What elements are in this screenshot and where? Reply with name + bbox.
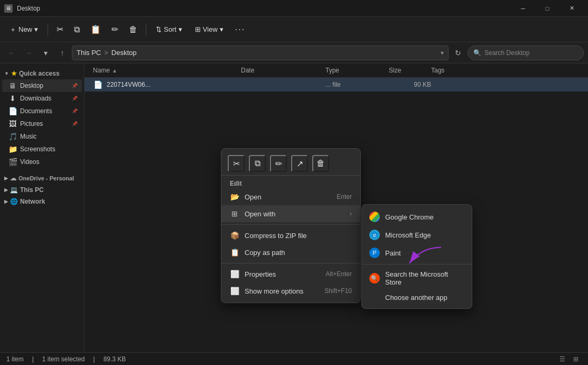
col-header-tags[interactable]: Tags [431,67,473,74]
this-pc-icon: 💻 [10,186,18,194]
cut-button[interactable]: ✂ [52,22,68,36]
sub-item-edge[interactable]: e Microsoft Edge [362,226,472,244]
paint-icon: P [369,248,380,258]
ctx-edit-label: Edit [221,178,360,188]
copy-button[interactable]: ⧉ [70,23,84,36]
quick-access-label: Quick access [19,70,60,77]
sort-label: Sort [164,25,176,33]
ctx-compress-item[interactable]: 📦 Compress to ZIP file [221,227,360,244]
toolbar-separator-2 [146,23,146,36]
rename-button[interactable]: ✏ [107,22,123,36]
back-button[interactable]: ← [4,45,19,60]
edge-icon: e [369,230,380,240]
toolbar: ＋ New ▾ ✂ ⧉ 📋 ✏ 🗑 ⇅ Sort ▾ ⊞ View ▾ ··· [0,17,588,42]
this-pc-chevron: ▶ [4,187,8,193]
col-header-size[interactable]: Size [389,67,431,74]
column-headers: Name ▲ Date Type Size Tags [85,63,588,78]
ctx-open-item[interactable]: 📂 Open Enter [221,188,360,205]
delete-button[interactable]: 🗑 [125,23,142,36]
details-view-button[interactable]: ☰ [556,354,568,364]
sidebar-label-pictures: Pictures [20,120,43,127]
onedrive-group[interactable]: ▶ ☁ OneDrive - Personal [0,172,84,184]
status-sep-2: | [94,355,95,363]
ctx-share-button[interactable]: ↗ [291,155,308,172]
ctx-open-shortcut: Enter [337,193,352,200]
sub-label-choose: Choose another app [385,294,464,302]
ctx-open-icon: 📂 [230,192,239,202]
this-pc-group[interactable]: ▶ 💻 This PC [0,184,84,196]
maximize-button[interactable]: □ [535,0,559,17]
sub-item-chrome[interactable]: Google Chrome [362,208,472,226]
sidebar-item-documents[interactable]: 📄 Documents [2,105,82,117]
window-controls: ─ □ ✕ [511,0,584,17]
sub-item-choose[interactable]: Choose another app [362,290,472,305]
new-label: New [18,25,32,33]
sidebar-item-music[interactable]: 🎵 Music [2,130,82,143]
sort-button[interactable]: ⇅ Sort ▾ [151,23,188,35]
pictures-icon: 🖼 [8,120,17,128]
sidebar-label-documents: Documents [20,107,52,115]
file-size: 90 KB [389,81,431,88]
search-box[interactable]: 🔍 Search Desktop [468,45,584,60]
sidebar-label-screenshots: Screenshots [20,145,55,153]
ctx-properties-icon: ⬜ [230,269,239,279]
sidebar-item-pictures[interactable]: 🖼 Pictures [2,117,82,130]
statusbar: 1 item | 1 item selected | 89.3 KB ☰ ⊞ [0,352,588,365]
videos-icon: 🎬 [8,158,17,166]
sidebar-item-desktop[interactable]: 🖥 Desktop [2,79,82,92]
screenshots-icon: 📁 [8,145,17,153]
col-header-name[interactable]: Name ▲ [93,67,241,74]
sidebar-label-downloads: Downloads [20,95,51,102]
context-menu-icon-row: ✂ ⧉ ✏ ↗ 🗑 [221,152,360,176]
refresh-button[interactable]: ↻ [451,45,465,60]
quick-access-chevron: ▼ [4,71,9,76]
main-layout: ▼ ★ Quick access 🖥 Desktop ⬇ Downloads 📄… [0,63,588,352]
close-button[interactable]: ✕ [559,0,584,17]
ctx-copy-button[interactable]: ⧉ [249,155,266,172]
recent-locations-button[interactable]: ▾ [38,45,53,60]
ctx-copy-path-item[interactable]: 📋 Copy as path [221,244,360,261]
col-header-type[interactable]: Type [325,67,389,74]
ctx-more-options-item[interactable]: ⬜ Show more options Shift+F10 [221,282,360,299]
up-button[interactable]: ↑ [55,45,70,60]
sidebar-item-screenshots[interactable]: 📁 Screenshots [2,143,82,156]
file-icon: 📄 [93,80,102,89]
new-arrow-icon: ▾ [34,25,38,33]
new-button[interactable]: ＋ New ▾ [4,23,43,36]
quick-access-group[interactable]: ▼ ★ Quick access [0,68,84,79]
addressbar: ← → ▾ ↑ This PC > Desktop ▾ ↻ 🔍 Search D… [0,42,588,63]
status-size: 89.3 KB [104,355,126,363]
new-plus-icon: ＋ [10,25,16,34]
this-pc-label: This PC [20,186,44,194]
paste-button[interactable]: 📋 [86,22,105,36]
ctx-properties-item[interactable]: ⬜ Properties Alt+Enter [221,266,360,282]
status-sep-1: | [32,355,34,363]
chrome-icon [369,212,380,222]
ctx-copy-path-label: Copy as path [245,249,352,257]
view-button[interactable]: ⊞ View ▾ [190,23,229,35]
ctx-cut-button[interactable]: ✂ [228,155,245,172]
ctx-delete-button[interactable]: 🗑 [312,155,329,172]
network-icon: 🌐 [10,198,18,205]
sort-arrow-icon: ▾ [179,25,182,33]
sub-label-chrome: Google Chrome [385,213,464,221]
ctx-open-label: Open [245,193,331,201]
sidebar-item-downloads[interactable]: ⬇ Downloads [2,92,82,105]
music-icon: 🎵 [8,132,17,141]
sidebar: ▼ ★ Quick access 🖥 Desktop ⬇ Downloads 📄… [0,63,85,352]
forward-button[interactable]: → [21,45,36,60]
sidebar-item-videos[interactable]: 🎬 Videos [2,156,82,168]
minimize-button[interactable]: ─ [511,0,535,17]
more-options-button[interactable]: ··· [231,23,249,36]
onedrive-chevron: ▶ [4,176,8,181]
address-path[interactable]: This PC > Desktop ▾ [72,45,449,60]
ctx-rename-button[interactable]: ✏ [270,155,287,172]
status-selected: 1 item selected [42,355,85,363]
tiles-view-button[interactable]: ⊞ [570,354,582,364]
network-group[interactable]: ▶ 🌐 Network [0,196,84,207]
ctx-open-with-label: Open with [245,210,344,218]
col-header-date[interactable]: Date [241,67,325,74]
table-row[interactable]: 📄 220714VW06... ... file 90 KB [85,78,588,92]
path-dropdown-icon: ▾ [441,49,444,57]
ctx-open-with-item[interactable]: ⊞ Open with › [221,205,360,222]
